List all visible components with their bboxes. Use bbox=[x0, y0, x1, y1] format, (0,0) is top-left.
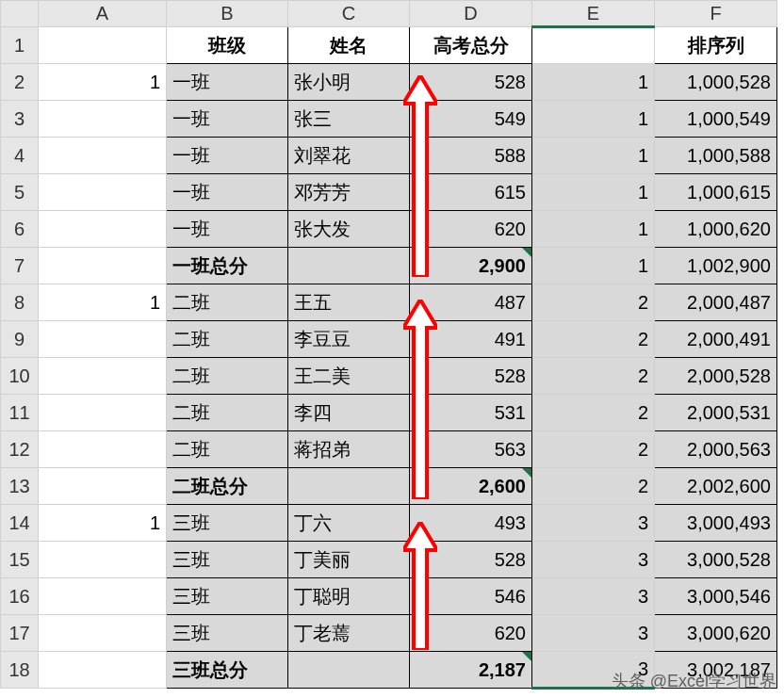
cell-E10[interactable]: 2 bbox=[532, 358, 655, 395]
cell-B12[interactable]: 二班 bbox=[167, 431, 288, 468]
cell-F17[interactable]: 3,000,620 bbox=[655, 615, 777, 652]
cell-C12[interactable]: 蒋招弟 bbox=[288, 431, 410, 468]
cell-F2[interactable]: 1,000,528 bbox=[655, 64, 777, 101]
cell-A15[interactable] bbox=[39, 542, 167, 578]
cell-C6[interactable]: 张大发 bbox=[288, 211, 410, 248]
col-header-A[interactable]: A bbox=[39, 1, 167, 27]
cell-A9[interactable] bbox=[39, 321, 167, 358]
cell-B14[interactable]: 三班 bbox=[167, 505, 288, 542]
cell-E11[interactable]: 2 bbox=[532, 395, 655, 431]
cell-D17[interactable]: 620 bbox=[410, 615, 532, 652]
cell-A17[interactable] bbox=[39, 615, 167, 652]
row-header-11[interactable]: 11 bbox=[1, 395, 39, 431]
col-header-C[interactable]: C bbox=[288, 1, 410, 27]
cell-E13[interactable]: 2 bbox=[532, 468, 655, 505]
cell-A7[interactable] bbox=[39, 248, 167, 284]
cell-E5[interactable]: 1 bbox=[532, 174, 655, 211]
cell-F15[interactable]: 3,000,528 bbox=[655, 542, 777, 578]
cell-C1[interactable]: 姓名 bbox=[288, 27, 410, 64]
cell-D14[interactable]: 493 bbox=[410, 505, 532, 542]
cell-C14[interactable]: 丁六 bbox=[288, 505, 410, 542]
row-header-3[interactable]: 3 bbox=[1, 101, 39, 138]
col-header-B[interactable]: B bbox=[167, 1, 288, 27]
row-header-1[interactable]: 1 bbox=[1, 27, 39, 64]
cell-C16[interactable]: 丁聪明 bbox=[288, 578, 410, 615]
col-header-E[interactable]: E bbox=[532, 1, 655, 27]
cell-D1[interactable]: 高考总分 bbox=[410, 27, 532, 64]
cell-B15[interactable]: 三班 bbox=[167, 542, 288, 578]
cell-D10[interactable]: 528 bbox=[410, 358, 532, 395]
cell-B4[interactable]: 一班 bbox=[167, 138, 288, 174]
cell-E14[interactable]: 3 bbox=[532, 505, 655, 542]
cell-D3[interactable]: 549 bbox=[410, 101, 532, 138]
cell-B16[interactable]: 三班 bbox=[167, 578, 288, 615]
cell-C3[interactable]: 张三 bbox=[288, 101, 410, 138]
cell-C4[interactable]: 刘翠花 bbox=[288, 138, 410, 174]
cell-A2[interactable]: 1 bbox=[39, 64, 167, 101]
spreadsheet-grid[interactable]: A B C D E F 1 班级 姓名 高考总分 排序列 21一班张小明5281… bbox=[0, 0, 777, 690]
cell-F8[interactable]: 2,000,487 bbox=[655, 284, 777, 321]
cell-D12[interactable]: 563 bbox=[410, 431, 532, 468]
cell-C5[interactable]: 邓芳芳 bbox=[288, 174, 410, 211]
cell-A16[interactable] bbox=[39, 578, 167, 615]
cell-F9[interactable]: 2,000,491 bbox=[655, 321, 777, 358]
row-header-16[interactable]: 16 bbox=[1, 578, 39, 615]
cell-B3[interactable]: 一班 bbox=[167, 101, 288, 138]
cell-A18[interactable] bbox=[39, 652, 167, 689]
cell-E17[interactable]: 3 bbox=[532, 615, 655, 652]
cell-E6[interactable]: 1 bbox=[532, 211, 655, 248]
col-header-F[interactable]: F bbox=[655, 1, 777, 27]
cell-C17[interactable]: 丁老蔫 bbox=[288, 615, 410, 652]
cell-F16[interactable]: 3,000,546 bbox=[655, 578, 777, 615]
cell-D16[interactable]: 546 bbox=[410, 578, 532, 615]
row-header-14[interactable]: 14 bbox=[1, 505, 39, 542]
cell-B6[interactable]: 一班 bbox=[167, 211, 288, 248]
cell-D6[interactable]: 620 bbox=[410, 211, 532, 248]
row-header-15[interactable]: 15 bbox=[1, 542, 39, 578]
cell-B1[interactable]: 班级 bbox=[167, 27, 288, 64]
row-header-17[interactable]: 17 bbox=[1, 615, 39, 652]
row-header-6[interactable]: 6 bbox=[1, 211, 39, 248]
cell-F4[interactable]: 1,000,588 bbox=[655, 138, 777, 174]
cell-D8[interactable]: 487 bbox=[410, 284, 532, 321]
cell-C9[interactable]: 李豆豆 bbox=[288, 321, 410, 358]
col-header-D[interactable]: D bbox=[410, 1, 532, 27]
cell-D11[interactable]: 531 bbox=[410, 395, 532, 431]
cell-F12[interactable]: 2,000,563 bbox=[655, 431, 777, 468]
cell-F10[interactable]: 2,000,528 bbox=[655, 358, 777, 395]
cell-E4[interactable]: 1 bbox=[532, 138, 655, 174]
cell-A13[interactable] bbox=[39, 468, 167, 505]
cell-C11[interactable]: 李四 bbox=[288, 395, 410, 431]
cell-A14[interactable]: 1 bbox=[39, 505, 167, 542]
cell-D5[interactable]: 615 bbox=[410, 174, 532, 211]
cell-F7[interactable]: 1,002,900 bbox=[655, 248, 777, 284]
cell-F1[interactable]: 排序列 bbox=[655, 27, 777, 64]
cell-C15[interactable]: 丁美丽 bbox=[288, 542, 410, 578]
cell-E8[interactable]: 2 bbox=[532, 284, 655, 321]
cell-B5[interactable]: 一班 bbox=[167, 174, 288, 211]
cell-D2[interactable]: 528 bbox=[410, 64, 532, 101]
row-header-10[interactable]: 10 bbox=[1, 358, 39, 395]
cell-C10[interactable]: 王二美 bbox=[288, 358, 410, 395]
cell-B7[interactable]: 一班总分 bbox=[167, 248, 288, 284]
cell-F11[interactable]: 2,000,531 bbox=[655, 395, 777, 431]
row-header-2[interactable]: 2 bbox=[1, 64, 39, 101]
cell-E12[interactable]: 2 bbox=[532, 431, 655, 468]
cell-D15[interactable]: 528 bbox=[410, 542, 532, 578]
cell-D7[interactable]: 2,900 bbox=[410, 248, 532, 284]
row-header-8[interactable]: 8 bbox=[1, 284, 39, 321]
cell-B2[interactable]: 一班 bbox=[167, 64, 288, 101]
cell-E3[interactable]: 1 bbox=[532, 101, 655, 138]
cell-E2[interactable]: 1 bbox=[532, 64, 655, 101]
cell-C8[interactable]: 王五 bbox=[288, 284, 410, 321]
cell-B17[interactable]: 三班 bbox=[167, 615, 288, 652]
row-header-7[interactable]: 7 bbox=[1, 248, 39, 284]
cell-A3[interactable] bbox=[39, 101, 167, 138]
cell-A1[interactable] bbox=[39, 27, 167, 64]
cell-A5[interactable] bbox=[39, 174, 167, 211]
cell-F6[interactable]: 1,000,620 bbox=[655, 211, 777, 248]
cell-A10[interactable] bbox=[39, 358, 167, 395]
row-header-9[interactable]: 9 bbox=[1, 321, 39, 358]
cell-C7[interactable] bbox=[288, 248, 410, 284]
cell-D9[interactable]: 491 bbox=[410, 321, 532, 358]
